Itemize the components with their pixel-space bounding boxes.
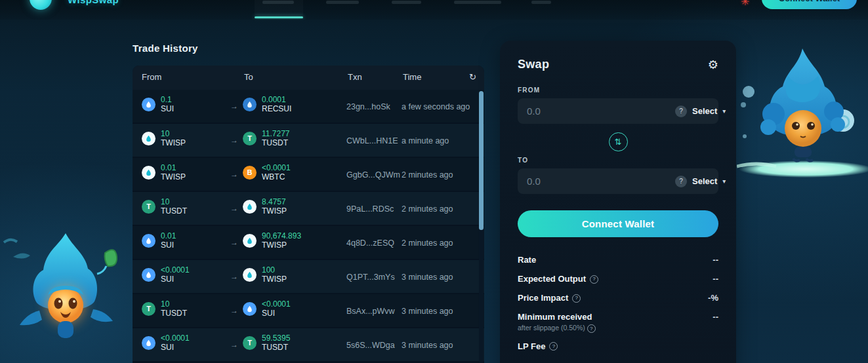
table-scrollbar-thumb[interactable] bbox=[479, 91, 484, 230]
top-navigation-bar: WispSwap ✳ Connect Wallet bbox=[0, 0, 868, 20]
table-row[interactable]: <0.0001 SUI → T 59.5395 TUSDT 5s6S...WDg… bbox=[133, 328, 484, 362]
to-token-icon bbox=[243, 98, 257, 111]
table-row[interactable]: 0.01 SUI → 90,674.893 TWISP 4q8D...zESQ … bbox=[133, 226, 484, 260]
table-row[interactable]: <0.0001 SUI → 100 TWISP Q1PT...3mYs 3 mi… bbox=[133, 260, 484, 294]
to-token-icon bbox=[243, 268, 257, 282]
table-row[interactable]: 0.1 SUI → 0.0001 RECSUI 23gn...hoSk a fe… bbox=[133, 90, 484, 124]
wispswap-logo-icon[interactable] bbox=[30, 0, 52, 10]
to-token-icon bbox=[243, 234, 257, 248]
help-icon[interactable]: ? bbox=[549, 342, 558, 351]
brand-name[interactable]: WispSwap bbox=[68, 0, 119, 5]
nav-item-clipped[interactable] bbox=[531, 1, 551, 4]
txn-hash-link[interactable]: BsAx...pWvw bbox=[346, 307, 395, 316]
txn-time: 2 minutes ago bbox=[402, 204, 453, 214]
minimum-received-sub: after slippage (0.50%) ? bbox=[518, 324, 596, 333]
column-header-time: Time bbox=[403, 72, 421, 82]
from-select-label: Select bbox=[692, 106, 717, 116]
to-amount-input[interactable] bbox=[518, 168, 667, 194]
topbar-connect-wallet-button[interactable]: Connect Wallet bbox=[762, 0, 857, 9]
to-token-name: WBTC bbox=[262, 172, 291, 182]
from-token-icon bbox=[142, 268, 155, 282]
from-token-icon bbox=[142, 98, 155, 111]
to-token-select[interactable]: ? Select ▾ bbox=[667, 176, 734, 187]
help-icon[interactable]: ? bbox=[572, 294, 581, 303]
minimum-received-label: Minimum received bbox=[518, 312, 592, 322]
from-token-icon bbox=[142, 166, 155, 180]
from-token-name: TUSDT bbox=[161, 309, 187, 318]
txn-hash-link[interactable]: 9PaL...RDSc bbox=[346, 204, 394, 214]
to-select-label: Select bbox=[692, 176, 717, 186]
from-amount: 0.1 bbox=[161, 95, 174, 104]
from-token-name: TUSDT bbox=[161, 206, 187, 216]
txn-hash-link[interactable]: 4q8D...zESQ bbox=[346, 239, 394, 248]
from-input-row: ? Select ▾ bbox=[518, 98, 718, 124]
to-token-name: RECSUI bbox=[262, 104, 291, 113]
chevron-down-icon: ▾ bbox=[722, 178, 726, 185]
unknown-token-icon: ? bbox=[675, 176, 687, 187]
price-impact-label: Price Impact bbox=[518, 293, 568, 303]
to-field-label: TO bbox=[518, 157, 718, 164]
swap-details: Rate -- Expected Output ? -- Price Impac… bbox=[518, 255, 718, 352]
notification-star-icon[interactable]: ✳ bbox=[741, 0, 749, 8]
nav-item-clipped[interactable] bbox=[392, 1, 421, 4]
to-token-icon bbox=[243, 200, 257, 214]
price-impact-value: -% bbox=[708, 293, 718, 303]
to-token-name: TWISP bbox=[262, 240, 301, 250]
arrow-right-icon: → bbox=[230, 272, 238, 281]
nav-item-clipped[interactable] bbox=[326, 1, 359, 4]
table-row[interactable]: T 10 TUSDT → 8.4757 TWISP 9PaL...RDSc 2 … bbox=[133, 192, 484, 226]
txn-time: a minute ago bbox=[402, 136, 449, 145]
swap-title: Swap bbox=[518, 58, 549, 71]
txn-hash-link[interactable]: 23gn...hoSk bbox=[346, 102, 390, 111]
table-row[interactable]: 10 TWISP → T 11.7277 TUSDT CWbL...HN1E a… bbox=[133, 124, 484, 158]
table-row[interactable]: T 10 TUSDT → <0.0001 SUI BsAx...pWvw 3 m… bbox=[133, 294, 484, 328]
nav-item-clipped[interactable] bbox=[454, 1, 501, 4]
rate-row: Rate -- bbox=[518, 255, 718, 265]
to-input-row: ? Select ▾ bbox=[518, 168, 718, 194]
table-row[interactable]: 0.01 TWISP → B <0.0001 WBTC GgbG...QJWm … bbox=[133, 158, 484, 192]
txn-time: 3 minutes ago bbox=[402, 273, 453, 282]
from-token-name: SUI bbox=[161, 275, 190, 284]
to-token-icon bbox=[243, 302, 257, 316]
nav-item-clipped[interactable] bbox=[262, 1, 294, 4]
txn-time: 2 minutes ago bbox=[402, 170, 453, 180]
txn-hash-link[interactable]: 5s6S...WDga bbox=[346, 341, 395, 350]
lp-fee-row: LP Fee ? bbox=[518, 341, 718, 352]
settings-gear-icon[interactable]: ⚙ bbox=[708, 59, 718, 71]
from-amount-input[interactable] bbox=[518, 98, 667, 124]
nav-active-underline bbox=[255, 16, 303, 18]
trade-history-title: Trade History bbox=[133, 43, 198, 54]
chevron-down-icon: ▾ bbox=[722, 107, 726, 115]
arrow-right-icon: → bbox=[230, 102, 238, 111]
help-icon[interactable]: ? bbox=[587, 324, 596, 333]
expected-output-row: Expected Output ? -- bbox=[518, 274, 718, 284]
from-token-name: TWISP bbox=[161, 138, 186, 147]
from-token-icon: T bbox=[142, 200, 155, 214]
to-amount: <0.0001 bbox=[262, 163, 291, 172]
to-amount: 8.4757 bbox=[262, 197, 287, 206]
to-amount: 90,674.893 bbox=[262, 231, 301, 240]
from-amount: 0.01 bbox=[161, 163, 186, 172]
table-header-row: From To Txn Time ↻ bbox=[133, 66, 484, 90]
to-token-name: TWISP bbox=[262, 206, 287, 216]
from-token-icon: T bbox=[142, 302, 155, 316]
rate-value: -- bbox=[713, 255, 718, 265]
help-icon[interactable]: ? bbox=[590, 275, 598, 284]
from-amount: <0.0001 bbox=[161, 265, 190, 275]
from-token-select[interactable]: ? Select ▾ bbox=[667, 105, 734, 117]
txn-hash-link[interactable]: CWbL...HN1E bbox=[346, 136, 398, 145]
swap-direction-button[interactable]: ⇅ bbox=[609, 132, 628, 151]
from-amount: 10 bbox=[161, 197, 187, 206]
to-token-icon: B bbox=[243, 166, 257, 180]
connect-wallet-button[interactable]: Connect Wallet bbox=[518, 210, 718, 237]
txn-hash-link[interactable]: GgbG...QJWm bbox=[346, 170, 400, 180]
to-token-name: TUSDT bbox=[262, 138, 290, 147]
to-amount: <0.0001 bbox=[262, 299, 291, 309]
txn-hash-link[interactable]: Q1PT...3mYs bbox=[346, 273, 395, 282]
column-header-to: To bbox=[244, 72, 253, 82]
flame-mascot-left bbox=[0, 232, 134, 363]
refresh-icon[interactable]: ↻ bbox=[469, 72, 476, 82]
to-token-name: TWISP bbox=[262, 275, 287, 284]
expected-output-value: -- bbox=[713, 274, 718, 284]
to-token-icon: T bbox=[243, 336, 257, 350]
